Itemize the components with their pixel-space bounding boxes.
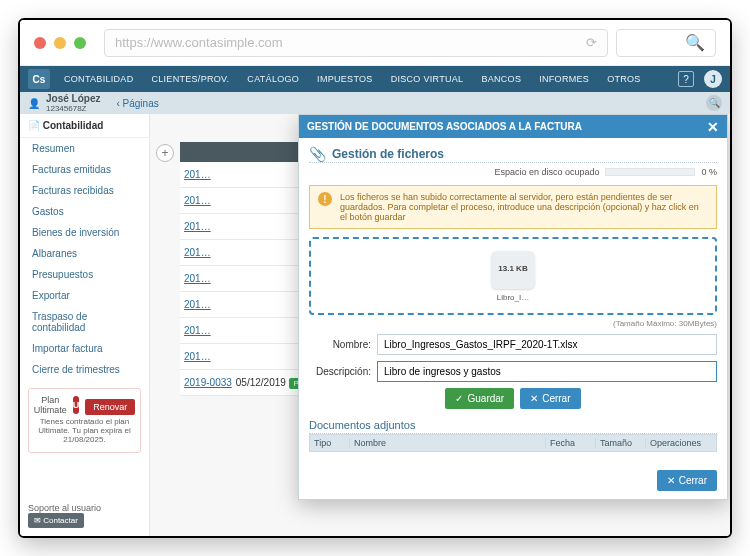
user-name: José López <box>46 93 100 104</box>
disk-bar <box>605 168 695 176</box>
sidebar-item-exportar[interactable]: Exportar <box>20 285 149 306</box>
browser-bar: https://www.contasimple.com ⟳ 🔍 <box>20 20 730 66</box>
nav-bancos[interactable]: BANCOS <box>477 74 525 84</box>
plan-box: Plan Ultimate U Renovar Tienes contratad… <box>28 388 141 453</box>
alert-text: Los ficheros se han subido correctamente… <box>340 192 708 222</box>
file-dropzone[interactable]: 13.1 KB Libro_I… <box>309 237 717 315</box>
user-icon: 👤 <box>28 98 40 109</box>
name-input[interactable] <box>377 334 717 355</box>
invoice-link[interactable]: 201… <box>180 351 242 362</box>
disk-usage: Espacio en disco ocupado 0 % <box>309 163 717 181</box>
disk-percent: 0 % <box>701 167 717 177</box>
sidebar-footer: Soporte al usuario ✉ Contactar <box>20 495 149 536</box>
max-size-label: (Tamaño Máximo: 30MBytes) <box>309 319 717 328</box>
plan-badge: U <box>73 396 80 414</box>
invoice-link[interactable]: 201… <box>180 325 242 336</box>
sidebar-item-fact-recibidas[interactable]: Facturas recibidas <box>20 180 149 201</box>
desc-label: Descripción: <box>309 366 371 377</box>
at-col-tamano[interactable]: Tamaño <box>596 438 646 448</box>
sidebar-item-gastos[interactable]: Gastos <box>20 201 149 222</box>
modal-documentos: GESTIÓN DE DOCUMENTOS ASOCIADOS A LA FAC… <box>298 114 728 500</box>
invoice-link[interactable]: 201… <box>180 169 242 180</box>
invoice-link[interactable]: 201… <box>180 221 242 232</box>
user-avatar[interactable]: J <box>704 70 722 88</box>
app-logo[interactable]: Cs <box>28 69 50 89</box>
name-label: Nombre: <box>309 339 371 350</box>
sidebar-header: 📄 Contabilidad <box>20 114 149 138</box>
nav-informes[interactable]: INFORMES <box>535 74 593 84</box>
attachments-header: Documentos adjuntos <box>309 419 717 434</box>
row-date: 05/12/2019 <box>236 377 290 388</box>
breadcrumb[interactable]: ‹ Páginas <box>116 98 158 109</box>
sidebar-item-fact-emitidas[interactable]: Facturas emitidas <box>20 159 149 180</box>
footer-close-button[interactable]: ✕ Cerrar <box>657 470 717 491</box>
disk-label: Espacio en disco ocupado <box>494 167 599 177</box>
window-max-dot[interactable] <box>74 37 86 49</box>
modal-close-button[interactable]: ✕ <box>707 122 719 132</box>
url-input[interactable]: https://www.contasimple.com ⟳ <box>104 29 608 57</box>
sidebar-item-traspaso[interactable]: Traspaso de contabilidad <box>20 306 149 338</box>
sidebar-item-cierre[interactable]: Cierre de trimestres <box>20 359 149 380</box>
sidebar-item-importar[interactable]: Importar factura <box>20 338 149 359</box>
nav-disco[interactable]: DISCO VIRTUAL <box>387 74 468 84</box>
contact-button[interactable]: ✉ Contactar <box>28 513 84 528</box>
attachments-table-header: Tipo Nombre Fecha Tamaño Operaciones <box>309 434 717 452</box>
sidebar: 📄 Contabilidad Resumen Facturas emitidas… <box>20 114 150 536</box>
nav-impuestos[interactable]: IMPUESTOS <box>313 74 377 84</box>
nav-contabilidad[interactable]: CONTABILIDAD <box>60 74 137 84</box>
at-col-tipo[interactable]: Tipo <box>310 438 350 448</box>
reload-icon[interactable]: ⟳ <box>586 35 597 50</box>
sidebar-item-presupuestos[interactable]: Presupuestos <box>20 264 149 285</box>
invoice-link[interactable]: 201… <box>180 273 242 284</box>
window-close-dot[interactable] <box>34 37 46 49</box>
modal-title: GESTIÓN DE DOCUMENTOS ASOCIADOS A LA FAC… <box>307 121 582 132</box>
page-search-button[interactable]: 🔍 <box>706 95 722 111</box>
nav-otros[interactable]: OTROS <box>603 74 645 84</box>
sidebar-item-bienes[interactable]: Bienes de inversión <box>20 222 149 243</box>
nav-clientes[interactable]: CLIENTES/PROV. <box>147 74 233 84</box>
section-header: 📎 Gestión de ficheros <box>309 146 717 163</box>
invoice-link[interactable]: 201… <box>180 195 242 206</box>
app-navbar: Cs CONTABILIDAD CLIENTES/PROV. CATÁLOGO … <box>20 66 730 92</box>
search-icon: 🔍 <box>685 33 705 52</box>
plan-label: Plan <box>34 395 67 405</box>
sidebar-item-resumen[interactable]: Resumen <box>20 138 149 159</box>
paperclip-icon: 📎 <box>309 146 326 162</box>
plan-note: Tienes contratado el plan Ultimate. Tu p… <box>35 415 134 446</box>
browser-search[interactable]: 🔍 <box>616 29 716 57</box>
user-id: 12345678Z <box>46 104 100 113</box>
window-min-dot[interactable] <box>54 37 66 49</box>
at-col-ops[interactable]: Operaciones <box>646 438 716 448</box>
support-label: Soporte al usuario <box>28 503 101 513</box>
save-button[interactable]: ✓ Guardar <box>445 388 514 409</box>
at-col-fecha[interactable]: Fecha <box>546 438 596 448</box>
file-chip-label: Libro_I… <box>497 293 529 302</box>
invoice-link[interactable]: 201… <box>180 299 242 310</box>
main-content: Periodo 2019 ▾ + ▲ ▼ Total ⓘ Operaciones… <box>150 114 730 536</box>
add-button[interactable]: + <box>156 144 174 162</box>
renew-button[interactable]: Renovar <box>85 399 135 415</box>
help-button[interactable]: ? <box>678 71 694 87</box>
plan-name: Ultimate <box>34 405 67 415</box>
nav-catalogo[interactable]: CATÁLOGO <box>243 74 303 84</box>
invoice-link[interactable]: 201… <box>180 247 242 258</box>
modal-titlebar: GESTIÓN DE DOCUMENTOS ASOCIADOS A LA FAC… <box>299 115 727 138</box>
at-col-nombre[interactable]: Nombre <box>350 438 546 448</box>
close-inner-button[interactable]: ✕ Cerrar <box>520 388 580 409</box>
user-bar: 👤 José López 12345678Z ‹ Páginas 🔍 <box>20 92 730 114</box>
search-icon: 🔍 <box>709 98 720 108</box>
url-text: https://www.contasimple.com <box>115 35 283 50</box>
file-chip[interactable]: 13.1 KB <box>491 251 535 289</box>
desc-input[interactable] <box>377 361 717 382</box>
sidebar-item-albaranes[interactable]: Albaranes <box>20 243 149 264</box>
warning-icon: ! <box>318 192 332 206</box>
alert-pending-save: ! Los ficheros se han subido correctamen… <box>309 185 717 229</box>
invoice-link[interactable]: 2019-0033 <box>180 377 236 388</box>
